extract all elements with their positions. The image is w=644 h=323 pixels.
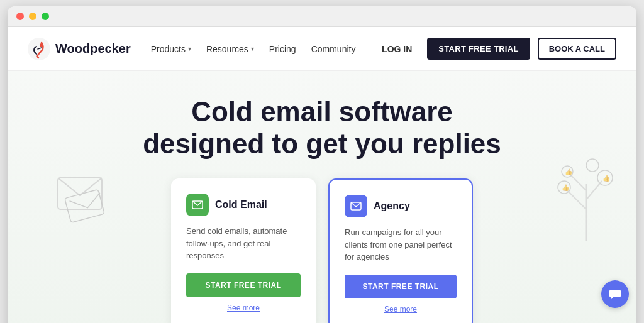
- svg-text:👍: 👍: [565, 168, 573, 176]
- agency-icon: [345, 195, 367, 217]
- agency-trial-button[interactable]: START FREE TRIAL: [345, 275, 457, 298]
- hero-title: Cold email software designed to get you …: [118, 96, 526, 160]
- nav-actions: LOG IN START FREE TRIAL BOOK A CALL: [374, 38, 616, 60]
- cold-email-trial-button[interactable]: START FREE TRIAL: [186, 273, 301, 297]
- agency-see-more[interactable]: See more: [345, 305, 457, 314]
- start-free-trial-button[interactable]: START FREE TRIAL: [427, 38, 530, 60]
- logo-area[interactable]: Woodpecker: [28, 38, 131, 60]
- svg-point-11: [586, 159, 599, 172]
- product-cards: Cold Email Send cold emails, automate fo…: [28, 178, 616, 323]
- navbar: Woodpecker Products ▾ Resources ▾ Pricin…: [8, 27, 636, 71]
- maximize-dot[interactable]: [42, 13, 49, 20]
- cold-email-card: Cold Email Send cold emails, automate fo…: [171, 178, 316, 323]
- minimize-dot[interactable]: [29, 13, 36, 20]
- cold-email-desc: Send cold emails, automate follow-ups, a…: [186, 225, 301, 262]
- agency-card: Agency Run campaigns for all your client…: [328, 178, 473, 323]
- woodpecker-logo-icon: [28, 38, 50, 60]
- nav-resources[interactable]: Resources ▾: [206, 44, 254, 54]
- nav-pricing[interactable]: Pricing: [269, 44, 296, 54]
- nav-products[interactable]: Products ▾: [151, 44, 191, 54]
- book-call-button[interactable]: BOOK A CALL: [538, 38, 616, 60]
- logo-text: Woodpecker: [55, 41, 131, 56]
- card-header: Cold Email: [186, 194, 301, 216]
- agency-desc: Run campaigns for all your clients from …: [345, 226, 457, 263]
- login-button[interactable]: LOG IN: [374, 39, 419, 59]
- cold-email-title: Cold Email: [215, 199, 267, 211]
- nav-community[interactable]: Community: [311, 44, 356, 54]
- browser-chrome: [8, 6, 636, 27]
- browser-window: Woodpecker Products ▾ Resources ▾ Pricin…: [8, 6, 636, 323]
- cold-email-see-more[interactable]: See more: [186, 304, 301, 312]
- chevron-down-icon: ▾: [251, 45, 254, 52]
- agency-title: Agency: [374, 200, 410, 212]
- chevron-down-icon: ▾: [188, 45, 191, 52]
- close-dot[interactable]: [16, 13, 24, 20]
- nav-links: Products ▾ Resources ▾ Pricing Community: [151, 44, 374, 54]
- cold-email-icon: [186, 194, 209, 216]
- card-header: Agency: [345, 195, 457, 217]
- hero-section: 👍 👍 👍 Cold email software designed to ge…: [8, 71, 636, 323]
- svg-point-1: [40, 43, 43, 47]
